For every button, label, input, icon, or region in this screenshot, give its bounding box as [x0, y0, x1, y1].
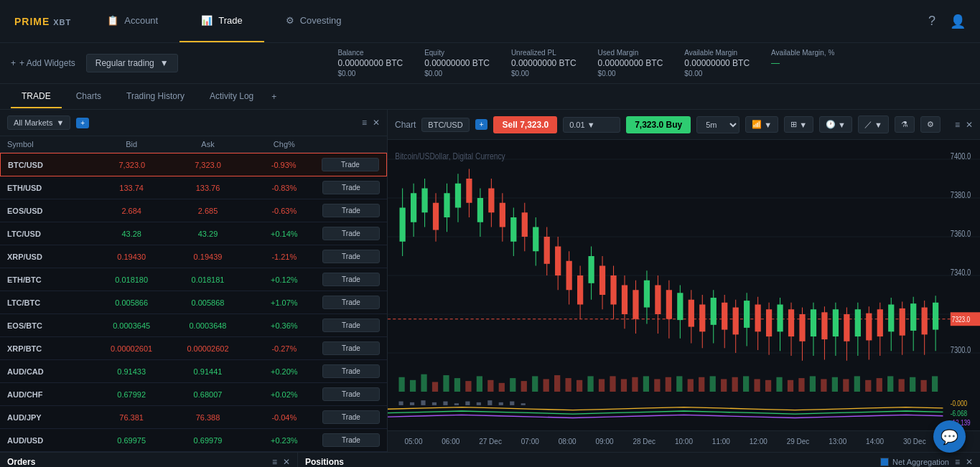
market-row-LTC-USD[interactable]: LTC/USD 43.28 43.29 +0.14% Trade	[0, 222, 387, 245]
svg-rect-78	[733, 308, 739, 335]
trade-button[interactable]: Trade	[322, 410, 380, 424]
nav-tab-trade[interactable]: 📊 Trade	[179, 0, 263, 42]
chat-button[interactable]: 💬	[933, 420, 966, 453]
chart-panel-menu-icon[interactable]: ≡	[955, 120, 960, 130]
add-widgets-label: + Add Widgets	[19, 58, 75, 68]
markets-panel-close-icon[interactable]: ✕	[373, 118, 380, 128]
chart-body: Bitcoin/USDollar, Digital Currency 7400.…	[388, 140, 980, 430]
quantity-input[interactable]: 0.01 ▼	[563, 117, 620, 133]
trade-button[interactable]: Trade	[322, 204, 380, 217]
market-row-AUD-USD[interactable]: AUD/USD 0.69975 0.69979 +0.23% Trade	[0, 429, 387, 452]
sub-tab-activity-log[interactable]: Activity Log	[199, 85, 264, 108]
market-row-ETH-USD[interactable]: ETH/USD 133.74 133.76 -0.83% Trade	[0, 176, 387, 199]
markets-panel-menu-icon[interactable]: ≡	[362, 118, 367, 128]
svg-rect-44	[544, 237, 550, 264]
covesting-icon: ⚙	[286, 15, 294, 26]
markets-add-badge[interactable]: +	[76, 118, 89, 128]
time-label-0900: 09:00	[596, 438, 614, 445]
ask-cell: 7,323.0	[170, 161, 246, 169]
sell-button[interactable]: Sell 7,323.0	[493, 116, 557, 133]
flask-icon: ⚗	[901, 120, 908, 129]
trade-button[interactable]: Trade	[322, 181, 380, 194]
chart-type-button[interactable]: ⊞ ▼	[784, 116, 813, 133]
market-row-AUD-JPY[interactable]: AUD/JPY 76.381 76.388 -0.04% Trade	[0, 406, 387, 429]
bid-cell: 0.69975	[93, 436, 169, 445]
orders-panel-menu-icon[interactable]: ≡	[272, 457, 277, 467]
svg-rect-88	[788, 309, 794, 336]
market-row-EOS-USD[interactable]: EOS/USD 2.684 2.685 -0.63% Trade	[0, 199, 387, 222]
trade-button[interactable]: Trade	[322, 319, 380, 332]
symbol-cell: AUD/JPY	[7, 413, 93, 422]
trade-button[interactable]: Trade	[322, 364, 380, 378]
orders-panel-close-icon[interactable]: ✕	[283, 457, 290, 467]
svg-text:7380.0: 7380.0	[951, 190, 971, 199]
user-icon[interactable]: 👤	[950, 14, 966, 29]
svg-rect-157	[865, 380, 871, 392]
chart-symbol-selector[interactable]: BTC/USD	[421, 118, 469, 132]
symbol-cell: BTC/USD	[8, 161, 94, 169]
markets-dropdown[interactable]: All Markets ▼	[7, 115, 70, 130]
draw-line-button[interactable]: ／ ▼	[858, 115, 889, 133]
settings-button[interactable]: ⚙	[920, 116, 941, 133]
nav-account-label: Account	[124, 15, 158, 26]
market-row-AUD-CAD[interactable]: AUD/CAD 0.91433 0.91441 +0.20% Trade	[0, 360, 387, 383]
trade-button[interactable]: Trade	[322, 273, 380, 286]
help-icon[interactable]: ?	[928, 14, 935, 29]
add-tab-button[interactable]: +	[268, 88, 280, 105]
market-row-ETH-BTC[interactable]: ETH/BTC 0.018180 0.018181 +0.12% Trade	[0, 268, 387, 291]
used-margin-label: Used Margin	[598, 49, 663, 57]
sub-tab-charts[interactable]: Charts	[65, 85, 112, 108]
sub-tab-trade[interactable]: TRADE	[11, 85, 62, 108]
net-aggregation-toggle[interactable]: Net Aggregation	[880, 458, 949, 466]
svg-rect-147	[754, 379, 760, 392]
svg-rect-164	[398, 402, 403, 405]
sub-tab-trading-history[interactable]: Trading History	[116, 85, 195, 108]
nav-tab-account[interactable]: 📋 Account	[85, 0, 179, 42]
flask-button[interactable]: ⚗	[895, 116, 915, 133]
trade-button[interactable]: Trade	[322, 250, 380, 263]
trade-button[interactable]: Trade	[322, 296, 380, 309]
svg-rect-22	[421, 189, 427, 213]
svg-rect-48	[566, 261, 572, 291]
market-row-BTC-USD[interactable]: BTC/USD 7,323.0 7,323.0 -0.93% Trade	[0, 153, 387, 176]
trade-button[interactable]: Trade	[322, 341, 380, 355]
svg-rect-158	[877, 378, 882, 392]
market-row-XRP-USD[interactable]: XRP/USD 0.19430 0.19439 -1.21% Trade	[0, 245, 387, 268]
chg-cell: +1.07%	[246, 298, 322, 307]
svg-rect-42	[533, 227, 538, 252]
market-row-XRP-BTC[interactable]: XRP/BTC 0.00002601 0.00002602 -0.27% Tra…	[0, 337, 387, 360]
market-row-EOS-BTC[interactable]: EOS/BTC 0.0003645 0.0003648 +0.36% Trade	[0, 314, 387, 337]
positions-panel-close-icon[interactable]: ✕	[966, 457, 973, 467]
market-row-AUD-CHF[interactable]: AUD/CHF 0.67992 0.68007 +0.02% Trade	[0, 383, 387, 406]
date-label-30dec: 30 Dec	[903, 438, 926, 445]
chart-panel-close-icon[interactable]: ✕	[966, 120, 973, 130]
ask-cell: 0.0003648	[169, 321, 246, 330]
trade-button[interactable]: Trade	[322, 158, 379, 171]
trading-mode-select[interactable]: Regular trading ▼	[86, 54, 178, 72]
chat-icon: 💬	[941, 428, 958, 445]
market-row-LTC-BTC[interactable]: LTC/BTC 0.005866 0.005868 +1.07% Trade	[0, 291, 387, 314]
net-agg-checkbox[interactable]	[880, 458, 889, 466]
chg-cell: +0.23%	[246, 436, 322, 445]
svg-rect-104	[877, 309, 883, 336]
clock-button[interactable]: 🕐 ▼	[819, 116, 852, 133]
buy-button[interactable]: 7,323.0 Buy	[626, 116, 691, 133]
indicators-button[interactable]: 📶 ▼	[745, 116, 778, 133]
svg-rect-38	[510, 217, 516, 242]
bid-cell: 43.28	[93, 230, 169, 238]
svg-rect-173	[499, 402, 503, 405]
svg-rect-125	[510, 378, 515, 392]
add-widgets-button[interactable]: + + Add Widgets	[11, 58, 75, 68]
header-right: ? 👤	[928, 14, 980, 29]
trade-button[interactable]: Trade	[322, 387, 380, 401]
nav-tab-covesting[interactable]: ⚙ Covesting	[264, 0, 363, 42]
timeframe-select[interactable]: 5m1m15m1h4h1d	[696, 116, 739, 133]
stat-equity: Equity 0.00000000 BTC $0.00	[424, 49, 490, 77]
trade-button[interactable]: Trade	[322, 433, 380, 447]
chart-add-badge[interactable]: +	[475, 119, 488, 130]
trade-button[interactable]: Trade	[322, 227, 380, 240]
col-ask: Ask	[169, 140, 246, 148]
svg-rect-82	[755, 305, 761, 332]
svg-rect-153	[821, 379, 826, 392]
positions-panel-menu-icon[interactable]: ≡	[955, 457, 960, 467]
